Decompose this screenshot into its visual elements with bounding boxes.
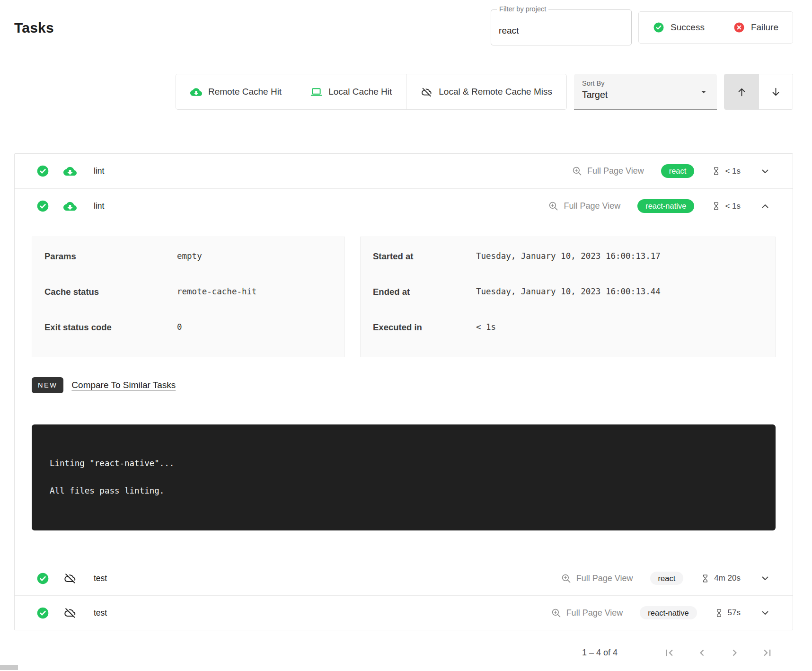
last-page-button[interactable] <box>758 644 777 662</box>
cloud-download-icon <box>63 200 77 213</box>
new-badge: NEW <box>32 377 63 393</box>
task-name: lint <box>94 166 104 176</box>
expand-task-button[interactable] <box>758 164 773 179</box>
local-cache-hit-filter-button[interactable]: Local Cache Hit <box>296 74 406 109</box>
cache-miss-label: Local & Remote Cache Miss <box>439 87 552 97</box>
ended-at-row: Ended at Tuesday, January 10, 2023 16:00… <box>361 278 775 314</box>
started-at-label: Started at <box>373 251 476 262</box>
check-circle-icon <box>36 572 49 585</box>
project-badge[interactable]: react-native <box>640 606 697 620</box>
collapse-task-button[interactable] <box>758 199 773 214</box>
params-label: Params <box>44 251 177 262</box>
first-page-button[interactable] <box>660 644 679 662</box>
started-at-row: Started at Tuesday, January 10, 2023 16:… <box>361 243 775 278</box>
executed-in-row: Executed in < 1s <box>361 314 775 349</box>
cache-status-value: remote-cache-hit <box>177 287 257 296</box>
task-name: test <box>94 574 107 583</box>
full-page-view-button[interactable]: Full Page View <box>572 166 644 177</box>
success-filter-button[interactable]: Success <box>639 12 719 43</box>
compare-to-similar-tasks-link[interactable]: Compare To Similar Tasks <box>71 380 176 390</box>
started-at-value: Tuesday, January 10, 2023 16:00:13.17 <box>476 251 661 261</box>
sort-descending-button[interactable] <box>759 74 793 109</box>
full-page-view-button[interactable]: Full Page View <box>561 573 633 584</box>
task-row-right: Full Page View react-native < 1s <box>548 199 773 214</box>
arrow-down-icon <box>770 86 782 98</box>
arrow-up-icon <box>736 86 748 98</box>
expand-task-button[interactable] <box>758 571 773 586</box>
project-filter-label: Filter by project <box>497 5 548 13</box>
sort-by-select[interactable]: Sort By Target <box>574 74 717 110</box>
ended-at-value: Tuesday, January 10, 2023 16:00:13.44 <box>476 287 661 296</box>
task-duration-value: 4m 20s <box>714 574 741 583</box>
hourglass-icon <box>700 574 710 583</box>
terminal-output: Linting "react-native"... All files pass… <box>32 424 776 530</box>
task-row-lint-react[interactable]: lint Full Page View react < 1s <box>15 154 793 188</box>
hourglass-icon <box>711 201 721 211</box>
exit-status-code-row: Exit status code 0 <box>32 314 344 349</box>
sort-ascending-button[interactable] <box>724 74 759 109</box>
header-controls: Filter by project Success Failur <box>491 9 793 45</box>
cache-miss-filter-button[interactable]: Local & Remote Cache Miss <box>406 74 566 109</box>
previous-page-button[interactable] <box>693 644 711 662</box>
x-circle-icon <box>733 22 745 33</box>
task-row-right: Full Page View react 4m 20s <box>561 571 773 586</box>
task-timing-panel: Started at Tuesday, January 10, 2023 16:… <box>360 237 776 357</box>
compare-row: NEW Compare To Similar Tasks <box>32 377 776 393</box>
task-row-lint-react-native[interactable]: lint Full Page View react-native <box>15 189 793 223</box>
task-duration: < 1s <box>711 201 741 211</box>
task-row-left: lint <box>36 165 104 178</box>
filter-toolbar: Remote Cache Hit Local Cache Hit Local &… <box>14 74 793 110</box>
task-row-test-react[interactable]: test Full Page View react 4m 20s <box>15 561 793 595</box>
task-row-test-react-native[interactable]: test Full Page View react-native <box>15 595 793 630</box>
cache-status-filter-group: Remote Cache Hit Local Cache Hit Local &… <box>176 74 567 110</box>
expand-task-button[interactable] <box>758 605 773 620</box>
pagination: 1 – 4 of 4 <box>14 644 793 662</box>
cloud-download-icon <box>63 165 77 178</box>
check-circle-icon <box>36 200 49 212</box>
task-row-left: test <box>36 606 107 619</box>
task-meta-panel: Params empty Cache status remote-cache-h… <box>32 237 345 357</box>
executed-in-value: < 1s <box>476 322 496 332</box>
ended-at-label: Ended at <box>373 287 476 297</box>
zoom-in-icon <box>572 166 583 177</box>
task-row-right: Full Page View react-native 57s <box>551 605 773 620</box>
horizontal-scrollbar-thumb[interactable] <box>0 665 18 670</box>
cache-status-row: Cache status remote-cache-hit <box>32 278 344 314</box>
project-badge[interactable]: react <box>650 572 684 585</box>
sort-by-value: Target <box>582 89 696 100</box>
failure-filter-button[interactable]: Failure <box>719 12 793 43</box>
task-duration: 4m 20s <box>700 574 741 583</box>
remote-cache-hit-filter-button[interactable]: Remote Cache Hit <box>176 74 296 109</box>
full-page-view-button[interactable]: Full Page View <box>548 201 620 212</box>
caret-down-icon <box>698 86 709 97</box>
remote-cache-hit-label: Remote Cache Hit <box>208 87 282 97</box>
task-duration: < 1s <box>711 166 741 176</box>
full-page-view-button[interactable]: Full Page View <box>551 608 623 618</box>
page-range-label: 1 – 4 of 4 <box>582 648 618 658</box>
first-page-icon <box>663 646 676 659</box>
check-circle-icon <box>36 607 49 619</box>
chevron-down-icon <box>759 166 771 177</box>
zoom-in-icon <box>551 608 562 618</box>
project-filter-input[interactable] <box>491 10 631 45</box>
hourglass-icon <box>714 608 724 618</box>
project-filter-field[interactable]: Filter by project <box>491 9 632 45</box>
next-page-button[interactable] <box>725 644 744 662</box>
project-badge[interactable]: react <box>661 164 695 178</box>
task-row-right: Full Page View react < 1s <box>572 164 773 179</box>
status-filter-group: Success Failure <box>638 11 793 44</box>
task-duration-value: 57s <box>728 608 741 618</box>
chevron-left-icon <box>696 646 708 659</box>
task-duration: 57s <box>714 608 741 618</box>
exit-status-code-label: Exit status code <box>44 322 177 333</box>
cloud-download-icon <box>190 86 202 98</box>
full-page-view-label: Full Page View <box>576 574 633 583</box>
cloud-off-icon <box>63 572 77 585</box>
page-title: Tasks <box>14 20 54 36</box>
last-page-icon <box>761 646 774 659</box>
terminal-line: All files pass linting. <box>50 486 761 495</box>
project-badge[interactable]: react-native <box>637 199 694 213</box>
terminal-line: Linting "react-native"... <box>50 459 761 468</box>
success-filter-label: Success <box>671 22 705 33</box>
task-duration-value: < 1s <box>725 202 741 211</box>
